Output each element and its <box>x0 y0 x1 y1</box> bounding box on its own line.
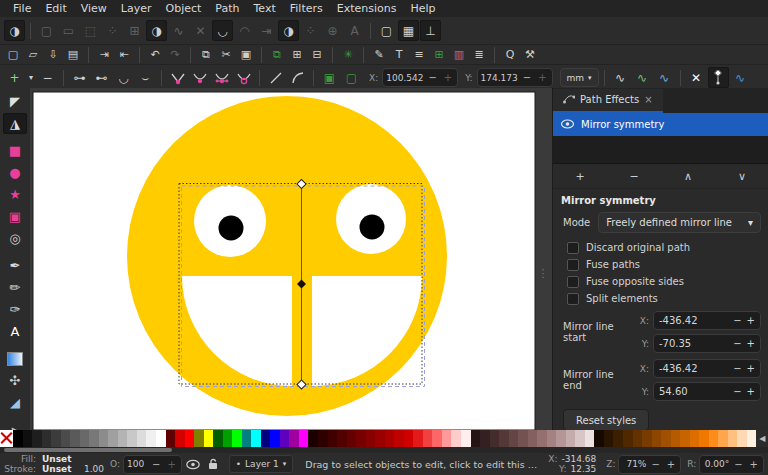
preferences-button[interactable]: ⚒ <box>521 47 539 63</box>
palette-swatch[interactable] <box>146 430 156 447</box>
palette-swatch[interactable] <box>242 430 252 447</box>
mirror-end-y-spinbox[interactable]: 54.60 − + <box>653 382 761 401</box>
panel-resize-grip[interactable]: ⋮ <box>534 258 552 288</box>
insert-node-button[interactable]: + <box>4 67 25 88</box>
fill-value[interactable]: Unset <box>42 454 78 464</box>
decrement-button[interactable]: − <box>733 363 741 374</box>
palette-swatch[interactable] <box>413 430 423 447</box>
palette-swatch[interactable] <box>423 430 433 447</box>
checkbox[interactable] <box>567 242 579 254</box>
node-tool[interactable]: ◮ <box>3 113 27 134</box>
decrement-button[interactable]: − <box>426 72 438 83</box>
snap-guides-button[interactable]: ⊥ <box>420 20 441 41</box>
increment-button[interactable]: + <box>165 459 177 470</box>
palette-swatch[interactable] <box>99 430 109 447</box>
duplicate-button[interactable]: ⧉ <box>268 47 286 63</box>
palette-swatch[interactable] <box>108 430 118 447</box>
object-to-path-button[interactable]: ▣ <box>319 67 340 88</box>
palette-swatch[interactable] <box>385 430 395 447</box>
palette-swatch[interactable] <box>442 430 452 447</box>
find-button[interactable]: Q <box>501 47 519 63</box>
menu-item[interactable]: Help <box>403 1 442 16</box>
mirror-start-x-spinbox[interactable]: -436.42 − + <box>653 311 761 330</box>
increment-button[interactable]: + <box>747 315 755 326</box>
print-button[interactable]: ▤ <box>64 47 82 63</box>
canvas[interactable] <box>30 88 552 430</box>
palette-swatch[interactable] <box>718 430 728 447</box>
snap-smooth-nodes-button[interactable]: ◠ <box>234 20 255 41</box>
snap-enable-button[interactable]: ◑ <box>4 20 25 41</box>
decrement-button[interactable]: − <box>521 72 533 83</box>
palette-swatch[interactable] <box>671 430 681 447</box>
text-tool[interactable]: A <box>3 321 27 342</box>
palette-swatch[interactable] <box>261 430 271 447</box>
menu-item[interactable]: File <box>6 1 38 16</box>
palette-swatch[interactable] <box>251 430 261 447</box>
palette-swatch[interactable] <box>194 430 204 447</box>
palette-swatch[interactable] <box>13 430 23 447</box>
drawing-area[interactable] <box>30 88 552 430</box>
snap-cusp-nodes-button[interactable]: ◡ <box>212 20 233 41</box>
layer-visibility-toggle[interactable] <box>186 459 200 470</box>
checkbox[interactable] <box>567 293 579 305</box>
stroke-to-path-button[interactable]: ▢ <box>341 67 362 88</box>
mode-dropdown[interactable]: Freely defined mirror line ▾ <box>598 212 761 233</box>
palette-swatch[interactable] <box>394 430 404 447</box>
palette-swatch[interactable] <box>623 430 633 447</box>
palette-swatch[interactable] <box>471 430 481 447</box>
palette-swatch[interactable] <box>404 430 414 447</box>
palette-swatch[interactable] <box>337 430 347 447</box>
palette-swatch[interactable] <box>204 430 214 447</box>
unit-dropdown[interactable]: mm ▾ <box>560 68 599 87</box>
menu-item[interactable]: Path <box>208 1 246 16</box>
add-effect-button[interactable]: + <box>560 170 600 183</box>
palette-swatch[interactable] <box>299 430 309 447</box>
effect-list[interactable]: Mirror symmetry <box>553 113 768 164</box>
next-lpe-param-button[interactable]: ∿ <box>610 67 631 88</box>
snap-nodes-button[interactable]: ◑ <box>146 20 167 41</box>
palette-swatch[interactable] <box>604 430 614 447</box>
palette-swatch[interactable] <box>118 430 128 447</box>
palette-swatch[interactable] <box>528 430 538 447</box>
checkbox-row[interactable]: Discard original path <box>553 239 768 256</box>
palette-swatch[interactable] <box>747 430 757 447</box>
paste-button[interactable]: ▣ <box>237 47 255 63</box>
join-nodes-button[interactable]: ⊶ <box>69 67 90 88</box>
document-properties-button[interactable]: ▥ <box>450 47 468 63</box>
palette-swatch[interactable] <box>213 430 223 447</box>
palette-swatch[interactable] <box>318 430 328 447</box>
palette-swatch[interactable] <box>518 430 528 447</box>
show-bezier-handles-button[interactable] <box>708 67 729 88</box>
ellipse-tool[interactable]: ● <box>3 162 27 183</box>
palette-swatch[interactable] <box>652 430 662 447</box>
palette-swatch[interactable] <box>575 430 585 447</box>
create-clone-button[interactable]: ⊞ <box>288 47 306 63</box>
palette-swatch[interactable] <box>347 430 357 447</box>
text-dialog-button[interactable]: T <box>390 47 408 63</box>
palette-swatch[interactable] <box>699 430 709 447</box>
palette-swatch[interactable] <box>375 430 385 447</box>
palette-swatch[interactable] <box>328 430 338 447</box>
show-transform-handles-button[interactable]: ✕ <box>686 67 707 88</box>
palette-swatch[interactable] <box>137 430 147 447</box>
palette-swatch[interactable] <box>70 430 80 447</box>
palette-swatch[interactable] <box>566 430 576 447</box>
break-nodes-button[interactable]: ⊷ <box>91 67 112 88</box>
palette-swatch[interactable] <box>556 430 566 447</box>
palette-swatch[interactable] <box>680 430 690 447</box>
star-tool[interactable]: ★ <box>3 184 27 205</box>
node-symmetric-button[interactable] <box>211 67 232 88</box>
menu-item[interactable]: Edit <box>38 1 73 16</box>
dropper-tool[interactable]: ◢ <box>3 392 27 413</box>
delete-segment-button[interactable]: ⌣ <box>135 67 156 88</box>
palette-swatch[interactable] <box>185 430 195 447</box>
menu-item[interactable]: Text <box>247 1 283 16</box>
palette-swatch[interactable] <box>223 430 233 447</box>
palette-swatch[interactable] <box>585 430 595 447</box>
snap-object-midpoints-button[interactable]: ⁘ <box>300 20 321 41</box>
increment-button[interactable]: + <box>536 72 548 83</box>
fill-stroke-indicator[interactable]: Fill:Unset Stroke:Unset1.00 <box>4 454 104 474</box>
zoom-value[interactable]: 71% <box>622 459 646 469</box>
palette-swatch[interactable] <box>451 430 461 447</box>
segment-curve-button[interactable] <box>287 67 308 88</box>
